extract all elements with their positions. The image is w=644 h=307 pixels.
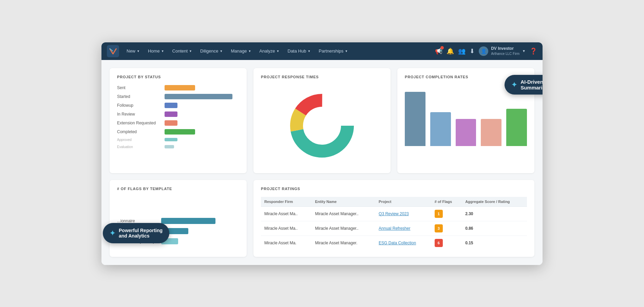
comp-bar-3 (456, 119, 476, 146)
score-cell: 0.86 (462, 221, 527, 236)
donut-chart (261, 85, 383, 166)
nav-icons: 📢 🔔 👥 ⬇ 👤 DV Investor Arthance LLC Firm … (435, 46, 537, 56)
extension-bar (165, 120, 177, 126)
project-response-times-card: PROJECT RESPONSE TIMES (253, 68, 391, 173)
responder-cell: Miracle Asset Ma. (261, 236, 312, 250)
project-by-status-card: PROJECT BY STATUS Sent Started Followup (110, 68, 247, 173)
comp-bar-2 (430, 112, 451, 146)
table-row: Miracle Asset Ma.. Miracle Asset Manager… (261, 206, 527, 221)
ai-pill-line1: AI-Driven (520, 79, 543, 85)
evaluation-bar (165, 145, 174, 148)
status-row-extension: Extension Requested (117, 120, 239, 126)
completion-bars (405, 85, 527, 146)
ai-driven-summaries-pill[interactable]: ✦ AI-Driven Summaries (505, 75, 543, 95)
entity-cell: Miracle Asset Manager.. (312, 206, 376, 221)
user-avatar: 👤 (479, 46, 488, 56)
col-header-flags: # of Flags (431, 197, 462, 207)
project-cell: ESG Data Collection (375, 236, 431, 250)
status-row-followup: Followup (117, 103, 239, 108)
in-review-bar (165, 111, 177, 117)
project-ratings-card: PROJECT RATINGS Responder Firm Entity Na… (253, 180, 534, 257)
notifications-icon[interactable]: 🔔 (447, 47, 454, 55)
donut-hole (303, 107, 341, 144)
status-row-approved: Approved (117, 138, 239, 142)
team-icon[interactable]: 👥 (458, 47, 466, 55)
reporting-star-icon: ✦ (110, 229, 115, 237)
col-header-score: Aggregate Score / Rating (462, 197, 527, 207)
status-row-completed: Completed (117, 129, 239, 135)
user-name: DV Investor (491, 46, 519, 52)
score-cell: 0.15 (462, 236, 527, 250)
response-card-title: PROJECT RESPONSE TIMES (261, 75, 383, 79)
entity-cell: Miracle Asset Manager. (312, 236, 376, 250)
status-row-sent: Sent (117, 85, 239, 90)
approved-bar (165, 138, 177, 141)
project-link[interactable]: ESG Data Collection (379, 241, 416, 245)
flag-badge: 1 (435, 210, 443, 218)
nav-item-home[interactable]: Home ▼ (145, 46, 168, 56)
flag-badge: 3 (435, 224, 443, 232)
nav-item-datahub[interactable]: Data Hub ▼ (284, 46, 314, 56)
project-completion-rates-card: PROJECT COMPLETION RATES ✦ AI-Driven Sum… (397, 68, 534, 173)
status-card-title: PROJECT BY STATUS (117, 75, 239, 79)
donut-svg (285, 88, 359, 163)
user-caret-icon: ▼ (522, 49, 526, 53)
caret-icon: ▼ (248, 49, 251, 53)
table-row: Miracle Asset Ma. Miracle Asset Manager.… (261, 236, 527, 250)
status-row-evaluation: Evaluation (117, 145, 239, 149)
nav-item-analyze[interactable]: Analyze ▼ (256, 46, 283, 56)
responder-cell: Miracle Asset Ma.. (261, 206, 312, 221)
col-header-responder: Responder Firm (261, 197, 312, 207)
flag-badge: 6 (435, 239, 443, 247)
project-link[interactable]: Q3 Review 2023 (379, 211, 409, 216)
comp-bar-4 (481, 119, 501, 146)
announcements-icon[interactable]: 📢 (435, 47, 442, 55)
started-bar (165, 94, 232, 99)
main-content: PROJECT BY STATUS Sent Started Followup (101, 60, 543, 265)
ai-star-icon: ✦ (511, 81, 517, 89)
user-menu[interactable]: 👤 DV Investor Arthance LLC Firm ▼ (479, 46, 526, 56)
powerful-reporting-pill[interactable]: ✦ Powerful Reporting and Analytics (103, 223, 169, 243)
flags-by-template-card: # OF FLAGS BY TEMPLATE ✦ Powerful Report… (110, 180, 247, 257)
user-firm: Arthance LLC Firm (491, 52, 519, 56)
window-frame: New ▼ Home ▼ Content ▼ Diligence ▼ Manag… (101, 42, 543, 265)
project-cell: Q3 Review 2023 (375, 206, 431, 221)
flags-cell: 3 (431, 221, 462, 236)
responder-cell: Miracle Asset Ma.. (261, 221, 312, 236)
nav-logo (107, 45, 119, 57)
status-row-in-review: In Review (117, 111, 239, 117)
download-icon[interactable]: ⬇ (470, 47, 475, 55)
project-link[interactable]: Annual Refresher (379, 226, 410, 231)
help-icon[interactable]: ❓ (530, 47, 537, 55)
col-header-entity: Entity Name (312, 197, 376, 207)
project-cell: Annual Refresher (375, 221, 431, 236)
nav-item-diligence[interactable]: Diligence ▼ (197, 46, 226, 56)
completed-bar (165, 129, 195, 135)
followup-bar (165, 103, 177, 108)
caret-icon: ▼ (137, 49, 140, 53)
nav-item-content[interactable]: Content ▼ (169, 46, 195, 56)
status-row-started: Started (117, 94, 239, 99)
caret-icon: ▼ (189, 49, 192, 53)
nav-item-partnerships[interactable]: Partnerships ▼ (315, 46, 351, 56)
caret-icon: ▼ (161, 49, 164, 53)
score-cell: 2.30 (462, 206, 527, 221)
entity-cell: Miracle Asset Manager.. (312, 221, 376, 236)
col-header-project: Project (375, 197, 431, 207)
ratings-card-title: PROJECT RATINGS (261, 187, 527, 191)
table-row: Miracle Asset Ma.. Miracle Asset Manager… (261, 221, 527, 236)
ratings-table: Responder Firm Entity Name Project # of … (261, 197, 527, 250)
navbar: New ▼ Home ▼ Content ▼ Diligence ▼ Manag… (101, 42, 543, 60)
nav-item-new[interactable]: New ▼ (123, 46, 143, 56)
caret-icon: ▼ (307, 49, 310, 53)
flags-card-title: # OF FLAGS BY TEMPLATE (117, 187, 239, 191)
announcements-badge (440, 46, 444, 49)
reporting-pill-line2: and Analytics (119, 233, 163, 239)
reporting-pill-line1: Powerful Reporting (119, 228, 163, 233)
ratings-header-row: Responder Firm Entity Name Project # of … (261, 197, 527, 207)
comp-bar-1 (405, 92, 425, 146)
nav-item-manage[interactable]: Manage ▼ (227, 46, 254, 56)
sent-bar (165, 85, 195, 90)
flags-cell: 6 (431, 236, 462, 250)
ai-pill-line2: Summaries (520, 85, 543, 90)
